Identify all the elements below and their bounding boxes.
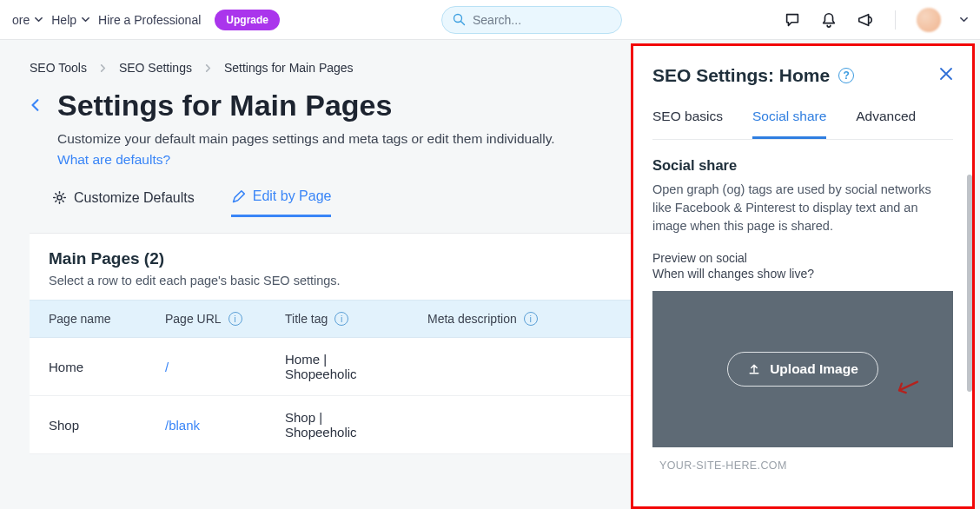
panel-scrollbar[interactable]: [967, 175, 972, 392]
pencil-icon: [231, 189, 246, 204]
svg-point-1: [57, 195, 62, 200]
topnav-explore[interactable]: ore: [12, 13, 43, 27]
pages-card-title: Main Pages (2): [49, 249, 341, 268]
chat-icon[interactable]: [784, 11, 801, 29]
cell-title-tag: Home | Shopeeholic: [285, 352, 427, 381]
cell-page-name: Home: [49, 360, 165, 374]
panel-body: Social share Open graph (og) tags are us…: [652, 140, 953, 472]
chevron-down-icon[interactable]: [960, 16, 968, 23]
topnav-help-label: Help: [51, 13, 76, 27]
topnav-help[interactable]: Help: [51, 13, 89, 27]
close-icon[interactable]: [939, 67, 953, 85]
upgrade-button[interactable]: Upgrade: [215, 10, 280, 30]
main-content: SEO Tools SEO Settings Settings for Main…: [0, 40, 980, 509]
chevron-right-icon: [99, 64, 107, 72]
back-button[interactable]: [30, 97, 42, 116]
chevron-right-icon: [204, 64, 212, 72]
col-title-tag: Title tagi: [285, 312, 427, 326]
panel-title-text: SEO Settings: Home: [652, 65, 830, 86]
topnav-hire[interactable]: Hire a Professional: [98, 13, 201, 27]
col-page-url-label: Page URL: [165, 312, 222, 326]
pages-card-subtitle: Select a row to edit each page's basic S…: [49, 274, 341, 288]
col-title-tag-label: Title tag: [285, 312, 328, 326]
social-share-description: Open graph (og) tags are used by social …: [652, 181, 953, 235]
panel-title: SEO Settings: Home ?: [652, 65, 854, 86]
page-subtitle: Customize your default main pages settin…: [57, 131, 555, 147]
info-icon[interactable]: i: [334, 312, 348, 326]
col-page-name-label: Page name: [49, 312, 111, 326]
avatar[interactable]: [917, 8, 941, 32]
search-icon: [453, 13, 466, 26]
tab-customize-defaults[interactable]: Customize Defaults: [52, 188, 195, 217]
social-preview-image: Upload Image: [652, 291, 953, 447]
upload-image-button[interactable]: Upload Image: [727, 352, 878, 387]
topnav-explore-label: ore: [12, 13, 30, 27]
panel-tab-seo-basics[interactable]: SEO basics: [652, 109, 723, 139]
chevron-down-icon: [82, 16, 89, 23]
page-title: Settings for Main Pages: [57, 89, 555, 122]
preview-changes-link[interactable]: When will changes show live?: [652, 267, 953, 281]
info-icon[interactable]: i: [524, 312, 538, 326]
tab-customize-label: Customize Defaults: [74, 190, 195, 206]
top-bar: ore Help Hire a Professional Upgrade Sea…: [0, 0, 980, 40]
chevron-down-icon: [35, 16, 43, 23]
preview-domain: YOUR-SITE-HERE.COM: [659, 459, 953, 472]
seo-settings-panel-highlight: SEO Settings: Home ? SEO basics Social s…: [631, 43, 975, 509]
social-share-heading: Social share: [652, 157, 953, 174]
svg-point-0: [454, 15, 462, 23]
panel-tab-advanced[interactable]: Advanced: [856, 109, 916, 139]
panel-header: SEO Settings: Home ?: [652, 65, 953, 86]
breadcrumb-seo-tools[interactable]: SEO Tools: [30, 61, 87, 75]
upload-icon: [747, 362, 761, 376]
cell-page-name: Shop: [49, 418, 165, 433]
col-page-url: Page URLi: [165, 312, 285, 326]
search-input[interactable]: Search...: [441, 6, 622, 34]
cell-title-tag: Shop | Shopeeholic: [285, 410, 427, 440]
breadcrumb-seo-settings[interactable]: SEO Settings: [119, 61, 192, 75]
col-meta-desc-label: Meta description: [427, 312, 517, 326]
cell-page-url: /: [165, 360, 285, 374]
breadcrumb-current: Settings for Main Pages: [224, 61, 354, 75]
tab-edit-label: Edit by Page: [253, 188, 332, 204]
cell-page-url: /blank: [165, 418, 285, 433]
topnav-center: Search...: [441, 6, 622, 34]
defaults-link[interactable]: What are defaults?: [57, 152, 555, 168]
topnav-hire-label: Hire a Professional: [98, 13, 201, 27]
info-icon[interactable]: i: [228, 312, 242, 326]
bell-icon[interactable]: [820, 11, 838, 29]
col-page-name: Page name: [49, 312, 165, 326]
annotation-arrow-icon: [890, 371, 923, 407]
panel-tabs: SEO basics Social share Advanced: [652, 109, 953, 140]
preview-label: Preview on social: [652, 251, 953, 265]
topnav-right: [784, 8, 968, 32]
tab-edit-by-page[interactable]: Edit by Page: [231, 188, 332, 217]
search-placeholder: Search...: [473, 13, 521, 27]
seo-settings-panel: SEO Settings: Home ? SEO basics Social s…: [633, 46, 972, 506]
upload-image-label: Upload Image: [770, 361, 858, 377]
topnav-left: ore Help Hire a Professional Upgrade: [12, 10, 280, 30]
cell-page-url-value: /blank: [165, 418, 200, 433]
cell-page-url-value: /: [165, 360, 169, 374]
chevron-left-icon: [30, 99, 42, 111]
megaphone-icon[interactable]: [857, 11, 874, 29]
panel-tab-social-share[interactable]: Social share: [752, 109, 826, 139]
gear-icon: [52, 190, 67, 205]
help-icon[interactable]: ?: [838, 68, 854, 83]
divider: [895, 10, 896, 30]
